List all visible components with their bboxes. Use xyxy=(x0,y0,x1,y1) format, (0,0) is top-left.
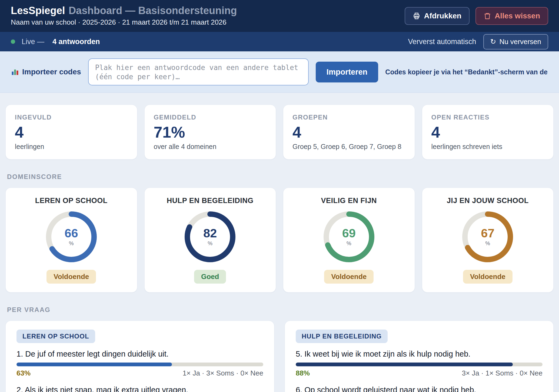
question-text: 6. Op school wordt geluisterd naar wat i… xyxy=(296,386,543,392)
question-item: 2. Als ik iets niet snap, mag ik extra u… xyxy=(16,386,263,392)
donut-value: 82 xyxy=(203,227,217,239)
question-progress-track xyxy=(296,363,543,366)
donut-center: 66 % xyxy=(46,211,97,262)
stat-label: OPEN REACTIES xyxy=(431,114,544,121)
bar-chart-icon xyxy=(11,68,19,76)
donut-value: 66 xyxy=(65,227,78,239)
question-card-hulp-en-begeleiding: HULP EN BEGELEIDING 5. Ik weet bij wie i… xyxy=(285,321,554,392)
question-item: 6. Op school wordt geluisterd naar wat i… xyxy=(296,386,543,392)
domain-card-veilig-en-fijn: VEILIG EN FIJN 69 % Voldoende xyxy=(283,188,415,293)
title-line: LesSpiegel Dashboard — Basisondersteunin… xyxy=(11,5,237,16)
stat-card-ingevuld: INGEVULD 4 leerlingen xyxy=(5,105,137,160)
import-hint: Codes kopieer je via het “Bedankt”-scher… xyxy=(385,68,548,76)
questions-row: LEREN OP SCHOOL 1. De juf of meester leg… xyxy=(5,321,554,392)
domain-card-leren-op-school: LEREN OP SCHOOL 66 % Voldoende xyxy=(5,188,137,293)
donut-value: 69 xyxy=(342,227,356,239)
stat-card-groepen: GROEPEN 4 Groep 5, Groep 6, Groep 7, Gro… xyxy=(283,105,415,160)
domain-title: VEILIG EN FIJN xyxy=(321,197,377,205)
question-item: 1. De juf of meester legt dingen duideli… xyxy=(16,350,263,377)
question-meta: 88% 3× Ja · 1× Soms · 0× Nee xyxy=(296,369,543,377)
clear-all-button[interactable]: Alles wissen xyxy=(475,7,548,25)
section-label-domeinscore: DOMEINSCORE xyxy=(7,173,552,181)
domain-badge: Voldoende xyxy=(46,270,96,284)
question-card-leren-op-school: LEREN OP SCHOOL 1. De juf of meester leg… xyxy=(5,321,274,392)
stat-label: GEMIDDELD xyxy=(154,114,267,121)
domain-title: LEREN OP SCHOOL xyxy=(35,197,108,205)
stat-sub: leerlingen schreven iets xyxy=(431,143,544,151)
domain-donut: 69 % xyxy=(324,211,374,262)
app-header: LesSpiegel Dashboard — Basisondersteunin… xyxy=(0,0,559,32)
donut-percent-sign: % xyxy=(485,240,490,247)
domain-score-row: LEREN OP SCHOOL 66 % Voldoende HULP EN B… xyxy=(5,188,554,293)
stat-sub: over alle 4 domeinen xyxy=(154,143,267,151)
domain-badge: Goed xyxy=(194,270,226,284)
question-text: 2. Als ik iets niet snap, mag ik extra u… xyxy=(16,386,263,392)
answers-count: 4 antwoorden xyxy=(52,38,100,46)
stat-value: 4 xyxy=(431,124,544,140)
stat-value: 4 xyxy=(292,124,405,140)
import-button[interactable]: Importeren xyxy=(316,62,378,82)
stat-sub: leerlingen xyxy=(15,143,128,151)
question-percent: 63% xyxy=(16,369,31,377)
donut-center: 69 % xyxy=(324,211,374,262)
donut-percent-sign: % xyxy=(208,240,212,247)
printer-icon xyxy=(413,12,420,20)
import-codes-label-text: Importeer codes xyxy=(22,68,81,76)
question-progress-fill xyxy=(296,363,513,366)
import-codes-label: Importeer codes xyxy=(11,68,81,76)
domain-card-hulp-en-begeleiding: HULP EN BEGELEIDING 82 % Goed xyxy=(144,188,276,293)
trash-icon xyxy=(484,12,491,20)
stat-label: INGEVULD xyxy=(15,114,128,121)
live-label: Live — xyxy=(22,38,44,46)
domain-title: HULP EN BEGELEIDING xyxy=(167,197,254,205)
question-progress-fill xyxy=(16,363,172,366)
print-button-label: Afdrukken xyxy=(424,12,461,20)
domain-badge: Voldoende xyxy=(463,270,513,284)
donut-percent-sign: % xyxy=(347,240,351,247)
stat-value: 4 xyxy=(15,124,128,140)
refresh-icon: ↻ xyxy=(490,38,496,46)
domain-badge: Voldoende xyxy=(324,270,374,284)
question-text: 1. De juf of meester legt dingen duideli… xyxy=(16,350,263,358)
question-domain-badge: HULP EN BEGELEIDING xyxy=(296,330,388,343)
donut-center: 82 % xyxy=(185,211,235,262)
domain-card-jij-en-jouw-school: JIJ EN JOUW SCHOOL 67 % Voldoende xyxy=(422,188,554,293)
question-counts: 1× Ja · 3× Soms · 0× Nee xyxy=(183,369,263,377)
import-code-input[interactable] xyxy=(88,58,309,85)
status-bar: Live — 4 antwoorden Ververst automatisch… xyxy=(0,32,559,51)
stat-sub: Groep 5, Groep 6, Groep 7, Groep 8 xyxy=(292,143,405,151)
stat-label: GROEPEN xyxy=(292,114,405,121)
refresh-now-button[interactable]: ↻ Nu verversen xyxy=(483,34,548,49)
brand: LesSpiegel xyxy=(11,5,65,16)
question-progress-track xyxy=(16,363,263,366)
donut-percent-sign: % xyxy=(69,240,74,247)
stat-value: 71% xyxy=(154,124,267,140)
domain-donut: 82 % xyxy=(185,211,235,262)
page-title: Dashboard — Basisondersteuning xyxy=(69,5,237,16)
question-percent: 88% xyxy=(296,369,310,377)
header-subtitle: Naam van uw school · 2025-2026 · 21 maar… xyxy=(11,18,237,26)
stat-card-gemiddeld: GEMIDDELD 71% over alle 4 domeinen xyxy=(144,105,276,160)
stats-row: INGEVULD 4 leerlingen GEMIDDELD 71% over… xyxy=(5,105,554,160)
domain-donut: 67 % xyxy=(462,211,513,262)
main-content: INGEVULD 4 leerlingen GEMIDDELD 71% over… xyxy=(0,105,559,392)
header-titles: LesSpiegel Dashboard — Basisondersteunin… xyxy=(11,5,237,26)
question-text: 5. Ik weet bij wie ik moet zijn als ik h… xyxy=(296,350,543,358)
question-meta: 63% 1× Ja · 3× Soms · 0× Nee xyxy=(16,369,263,377)
print-button[interactable]: Afdrukken xyxy=(405,7,469,25)
question-item: 5. Ik weet bij wie ik moet zijn als ik h… xyxy=(296,350,543,377)
donut-center: 67 % xyxy=(462,211,513,262)
stat-card-open-reacties: OPEN REACTIES 4 leerlingen schreven iets xyxy=(422,105,554,160)
refresh-button-label: Nu verversen xyxy=(499,38,541,46)
domain-donut: 66 % xyxy=(46,211,97,262)
header-actions: Afdrukken Alles wissen xyxy=(405,7,548,25)
clear-all-button-label: Alles wissen xyxy=(495,12,540,20)
question-domain-badge: LEREN OP SCHOOL xyxy=(16,330,95,343)
question-counts: 3× Ja · 1× Soms · 0× Nee xyxy=(462,369,543,377)
domain-title: JIJ EN JOUW SCHOOL xyxy=(447,197,529,205)
section-label-per-vraag: PER VRAAG xyxy=(7,306,552,314)
auto-refresh-label: Ververst automatisch xyxy=(408,38,476,46)
import-bar: Importeer codes Importeren Codes kopieer… xyxy=(0,51,559,93)
live-indicator-dot xyxy=(11,39,15,44)
donut-value: 67 xyxy=(481,227,494,239)
